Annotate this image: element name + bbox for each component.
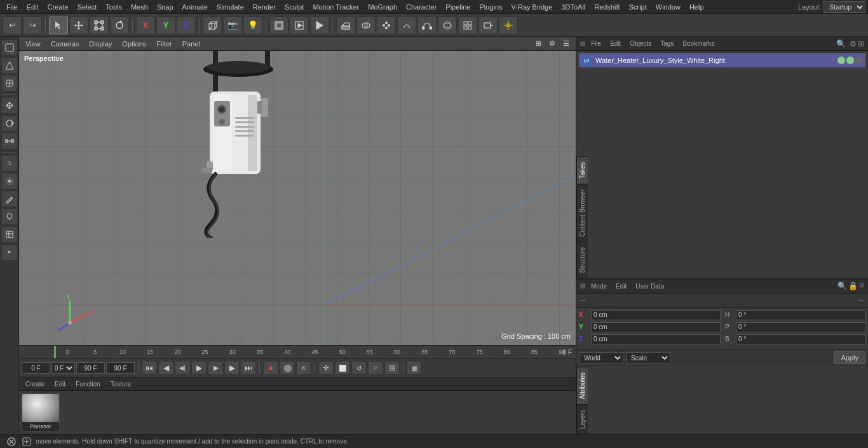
menu-animate[interactable]: Animate: [179, 2, 212, 12]
coord-scale-select[interactable]: Scale: [626, 352, 670, 363]
om-settings-icon[interactable]: ⚙: [850, 39, 857, 48]
attr-mode-menu[interactable]: Mode: [588, 282, 610, 291]
camera-button[interactable]: 📷: [223, 17, 242, 34]
grid-tl-button[interactable]: ⊞: [384, 361, 400, 375]
status-icon-2[interactable]: [20, 435, 33, 448]
menu-script[interactable]: Script: [625, 2, 651, 12]
layout-select[interactable]: Startup: [824, 1, 865, 13]
mat-function-menu[interactable]: Function: [73, 379, 102, 389]
menu-create[interactable]: Create: [44, 2, 72, 12]
object-dot-active-0[interactable]: [837, 57, 845, 64]
attr-h-input[interactable]: [736, 310, 865, 320]
viewport-icon-expand[interactable]: ⊞: [533, 38, 544, 49]
object-item-0[interactable]: L0 Water_Heater_Luxury_Style_White_Right: [579, 53, 865, 67]
om-search-icon[interactable]: 🔍: [836, 39, 846, 48]
menu-sculpt[interactable]: Sculpt: [281, 2, 308, 12]
sidebar-texture[interactable]: [1, 226, 18, 243]
attr-lock-icon[interactable]: 🔒: [848, 282, 858, 290]
menu-simulate[interactable]: Simulate: [213, 2, 248, 12]
boolean-button[interactable]: [356, 17, 376, 34]
menu-render[interactable]: Render: [249, 2, 280, 12]
om-edit-menu[interactable]: Edit: [607, 39, 624, 48]
menu-3dtall[interactable]: 3DToAll: [557, 2, 589, 12]
field-button[interactable]: [438, 17, 457, 34]
om-file-menu[interactable]: File: [588, 39, 604, 48]
menu-character[interactable]: Character: [402, 2, 440, 12]
attr-expand-icon[interactable]: ⊞: [859, 282, 864, 290]
spline-button[interactable]: [417, 17, 437, 34]
scale-tl-button[interactable]: ⬜: [335, 361, 350, 375]
skip-to-end-button[interactable]: ⏭: [241, 361, 256, 375]
fps-select[interactable]: 0 F: [51, 362, 75, 374]
render-to-po-button[interactable]: [290, 17, 309, 34]
prev-frame-button[interactable]: ◀: [158, 361, 173, 375]
om-tags-menu[interactable]: Tags: [657, 39, 677, 48]
viewport-menu-filter[interactable]: Filter: [154, 39, 174, 49]
menu-help[interactable]: Help: [686, 2, 708, 12]
coord-world-select[interactable]: World: [579, 352, 623, 363]
menu-tools[interactable]: Tools: [102, 2, 126, 12]
prev-key-button[interactable]: ◀|: [175, 361, 190, 375]
record-button[interactable]: ●: [263, 361, 278, 375]
object-dot-inactive-0[interactable]: [855, 57, 863, 64]
attr-p-input[interactable]: [736, 322, 865, 332]
next-key-button[interactable]: |▶: [208, 361, 223, 375]
floor-button[interactable]: [336, 17, 355, 34]
scale-tool-button[interactable]: [90, 17, 109, 34]
sidebar-tool-scale[interactable]: [1, 133, 18, 149]
tab-structure[interactable]: Structure: [577, 241, 588, 278]
material-thumb-0[interactable]: Panasor: [22, 393, 60, 431]
undo-button[interactable]: ↩: [3, 17, 22, 34]
mat-create-menu[interactable]: Create: [23, 379, 47, 389]
obj-tl-button[interactable]: P: [368, 361, 383, 375]
mograph-button[interactable]: [377, 17, 396, 34]
attr-search-icon[interactable]: 🔍: [837, 282, 847, 290]
attr-userdata-menu[interactable]: User Data: [632, 282, 667, 291]
render-tl-button[interactable]: ▦: [407, 361, 422, 375]
menu-mesh[interactable]: Mesh: [127, 2, 152, 12]
select-tool-button[interactable]: [49, 17, 68, 34]
sidebar-polygon-pen[interactable]: [1, 191, 18, 207]
deformer-button[interactable]: [397, 17, 416, 34]
viewport-menu-view[interactable]: View: [23, 39, 43, 49]
light-button[interactable]: 💡: [243, 17, 262, 34]
viewport-menu-cameras[interactable]: Cameras: [48, 39, 82, 49]
menu-redshift[interactable]: Redshift: [590, 2, 623, 12]
sidebar-more[interactable]: ▼: [1, 244, 18, 261]
cube-button[interactable]: [203, 17, 222, 34]
autokey-button[interactable]: ⬤: [280, 361, 295, 375]
object-dot-active-1[interactable]: [846, 57, 854, 64]
sidebar-tool-move[interactable]: [1, 97, 18, 114]
sidebar-snap[interactable]: S: [1, 155, 18, 172]
mat-texture-menu[interactable]: Texture: [108, 379, 134, 389]
menu-vray[interactable]: V-Ray Bridge: [508, 2, 557, 12]
apply-button[interactable]: Apply: [834, 351, 865, 364]
status-icon-1[interactable]: [5, 435, 18, 448]
viewport-icon-settings[interactable]: ☰: [560, 38, 572, 49]
sidebar-mode-3[interactable]: [1, 75, 18, 92]
menu-snap[interactable]: Snap: [153, 2, 177, 12]
end-frame-input[interactable]: [76, 362, 105, 374]
sidebar-paint[interactable]: [1, 208, 18, 225]
skip-to-start-button[interactable]: ⏮: [142, 361, 157, 375]
sidebar-soft-select[interactable]: [1, 173, 18, 189]
axis-y-button[interactable]: Y: [156, 17, 175, 34]
viewport-menu-options[interactable]: Options: [119, 39, 149, 49]
rotate-tl-button[interactable]: ↺: [351, 361, 367, 375]
attr-z-input[interactable]: [591, 334, 721, 344]
tab-layers[interactable]: Layers: [577, 404, 588, 434]
video-post-button[interactable]: [478, 17, 498, 34]
axis-z-button[interactable]: Z: [177, 17, 196, 34]
viewport-menu-panel[interactable]: Panel: [180, 39, 203, 49]
om-expand-icon[interactable]: ⊞: [858, 39, 864, 48]
attr-x-input[interactable]: [591, 310, 721, 320]
attr-edit-menu[interactable]: Edit: [613, 282, 630, 291]
menu-mograph[interactable]: MoGraph: [364, 2, 401, 12]
light2-button[interactable]: [499, 17, 518, 34]
preview-end-input[interactable]: [106, 362, 135, 374]
keyframe-button[interactable]: K: [296, 361, 311, 375]
menu-file[interactable]: File: [3, 2, 22, 12]
sidebar-mode-1[interactable]: [1, 39, 18, 56]
axis-x-button[interactable]: X: [136, 17, 155, 34]
menu-plugins[interactable]: Plugins: [475, 2, 506, 12]
